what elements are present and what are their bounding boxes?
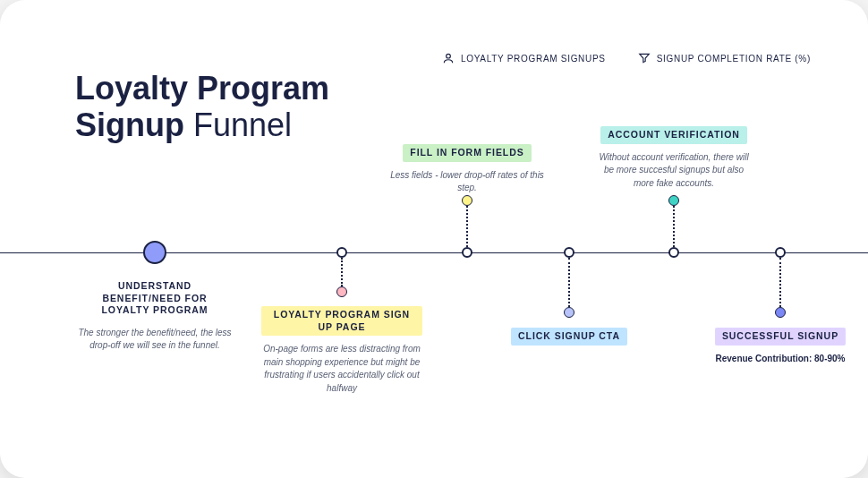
- stage-label: LOYALTY PROGRAM SIGN UP PAGE: [261, 306, 422, 336]
- legend-item-signups: LOYALTY PROGRAM SIGNUPS: [442, 52, 606, 64]
- stage-label: CLICK SIGNUP CTA: [511, 328, 627, 346]
- svg-point-0: [447, 54, 451, 58]
- connector-successful: [779, 258, 781, 307]
- person-icon: [442, 52, 455, 64]
- dot-click-cta: [564, 307, 574, 318]
- axis-node-click-cta: [564, 247, 574, 258]
- axis-node-verification: [668, 247, 679, 258]
- legend-label: SIGNUP COMPLETION RATE (%): [657, 54, 811, 64]
- legend-item-completion: SIGNUP COMPLETION RATE (%): [638, 52, 811, 64]
- stage-click-cta: CLICK SIGNUP CTA: [489, 327, 650, 346]
- stage-label: FILL IN FORM FIELDS: [403, 144, 531, 162]
- stage-label: SUCCESSFUL SIGNUP: [715, 328, 846, 346]
- dot-successful: [775, 307, 786, 318]
- stage-desc: On-page forms are less distracting from …: [261, 343, 422, 395]
- funnel-icon: [638, 52, 651, 64]
- title-line2-light: Funnel: [184, 107, 292, 143]
- connector-verification: [673, 206, 675, 247]
- dot-verification: [668, 195, 679, 206]
- node-understand: [143, 241, 166, 264]
- axis-node-form-fields: [462, 247, 472, 258]
- timeline-axis: [0, 252, 868, 253]
- stage-desc: Revenue Contribution: 80-90%: [700, 353, 861, 366]
- stage-successful: SUCCESSFUL SIGNUP Revenue Contribution: …: [700, 327, 861, 365]
- dot-signup-page: [336, 286, 347, 297]
- legend-label: LOYALTY PROGRAM SIGNUPS: [461, 54, 606, 64]
- axis-node-successful: [775, 247, 786, 258]
- stage-understand: UNDERSTAND BENEFIT/NEED FOR LOYALTY PROG…: [74, 277, 235, 353]
- stage-form-fields: FILL IN FORM FIELDS Less fields - lower …: [387, 143, 548, 195]
- stage-desc: Less fields - lower drop-off rates of th…: [387, 169, 548, 195]
- title-line2-bold: Signup: [75, 107, 184, 143]
- stage-desc: Without account verification, there will…: [593, 151, 754, 191]
- connector-signup-page: [341, 258, 343, 286]
- stage-signup-page: LOYALTY PROGRAM SIGN UP PAGE On-page for…: [261, 306, 422, 395]
- dot-form-fields: [462, 195, 472, 206]
- diagram-card: LOYALTY PROGRAM SIGNUPS SIGNUP COMPLETIO…: [0, 0, 868, 478]
- axis-node-signup-page: [336, 247, 347, 258]
- connector-form-fields: [466, 206, 468, 247]
- page-title: Loyalty Program Signup Funnel: [75, 70, 329, 144]
- connector-click-cta: [568, 258, 570, 307]
- stage-label: ACCOUNT VERIFICATION: [600, 126, 747, 144]
- stage-label: UNDERSTAND BENEFIT/NEED FOR LOYALTY PROG…: [74, 277, 235, 320]
- stage-verification: ACCOUNT VERIFICATION Without account ver…: [593, 125, 754, 190]
- legend: LOYALTY PROGRAM SIGNUPS SIGNUP COMPLETIO…: [442, 52, 811, 64]
- stage-desc: The stronger the benefit/need, the less …: [74, 327, 235, 353]
- title-line1: Loyalty Program: [75, 70, 329, 107]
